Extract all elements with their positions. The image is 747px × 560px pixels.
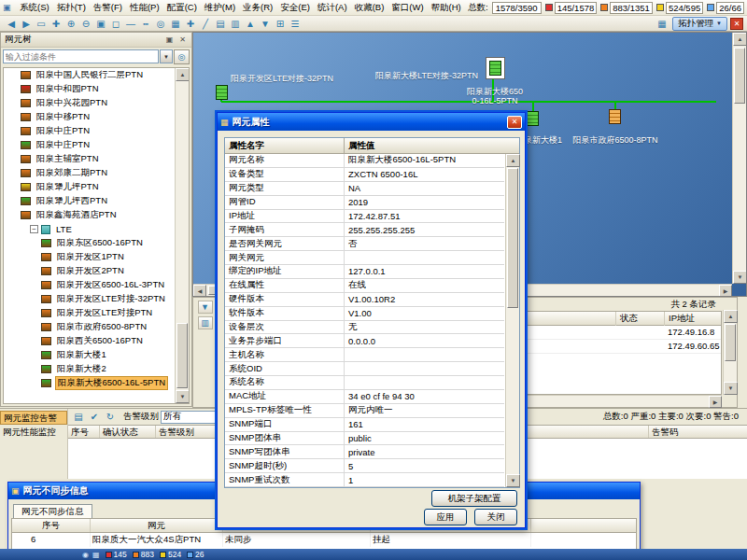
columns-icon[interactable]: ▥ xyxy=(198,316,213,329)
property-row[interactable]: SNMP写团体串 private xyxy=(225,445,504,459)
tree-vertical-scrollbar[interactable]: ▲ ▼ xyxy=(175,68,189,403)
scroll-thumb[interactable] xyxy=(507,168,518,308)
scroll-thumb[interactable] xyxy=(176,323,188,388)
table-view-icon[interactable]: ⊞ xyxy=(273,17,288,31)
property-row[interactable]: 在线属性 在线 xyxy=(225,279,504,293)
tree-item[interactable]: 阳泉犟儿坪PTN xyxy=(4,180,175,194)
column-header-ip[interactable]: IP地址 xyxy=(664,312,721,326)
export-icon[interactable]: ▤ xyxy=(71,410,86,424)
menu-item[interactable]: 窗口(W) xyxy=(388,1,427,15)
property-row[interactable]: 绑定的IP地址 127.0.0.1 xyxy=(225,265,504,279)
tree-item[interactable]: 阳泉中兴花园PTN xyxy=(4,96,175,110)
status-alarm-chip[interactable]: 26 xyxy=(187,550,204,559)
add-link-icon[interactable]: ╱ xyxy=(198,17,213,31)
alarm-column-header[interactable]: 确认状态 xyxy=(100,426,156,438)
scroll-right-icon[interactable]: ▶ xyxy=(709,396,722,408)
alarm-level-chip[interactable]: 26/66 xyxy=(707,2,744,14)
tree-item[interactable]: 阳泉中庄PTN xyxy=(4,138,175,152)
overview-icon[interactable]: ▦ xyxy=(168,17,183,31)
topology-node[interactable] xyxy=(527,111,539,126)
tree-item[interactable]: 阳泉犟儿坪西PTN xyxy=(4,194,175,208)
alarm-level-chip[interactable]: 524/595 xyxy=(656,2,703,14)
tree-item[interactable]: 阳泉开发区2PTN xyxy=(4,264,175,278)
table-row[interactable]: 6 阳泉质大一汽大众4S店PTN 未同步 挂起 xyxy=(12,533,636,547)
property-row[interactable]: SNMP重试次数 1 xyxy=(225,473,504,487)
property-row[interactable]: 系统OID xyxy=(225,362,504,376)
fit-view-icon[interactable]: ◻ xyxy=(108,17,123,31)
menu-item[interactable]: 帮助(H) xyxy=(428,1,465,15)
group-icon[interactable]: ▥ xyxy=(228,17,243,31)
close-icon[interactable]: ✕ xyxy=(507,116,522,129)
tree-item[interactable]: LTE xyxy=(4,222,175,236)
apply-button[interactable]: 应用 xyxy=(424,509,467,525)
property-row[interactable]: 设备类型 ZXCTN 6500-16L xyxy=(225,168,504,182)
property-row[interactable]: 网关网元 xyxy=(225,251,504,265)
property-row[interactable]: 网元名称 阳泉新大楼6500-16L-5PTN xyxy=(225,154,504,168)
topology-node[interactable] xyxy=(609,109,621,124)
expand-handle-icon[interactable] xyxy=(30,225,38,233)
scroll-down-icon[interactable]: ▼ xyxy=(733,271,747,284)
filter-icon[interactable]: ▼ xyxy=(198,301,213,314)
move-up-icon[interactable]: ▲ xyxy=(243,17,258,31)
zoom-out-icon[interactable]: ⊖ xyxy=(78,17,93,31)
property-row[interactable]: 业务异步端口 0.0.0.0 xyxy=(225,334,504,348)
tree-item[interactable]: 阳泉市政府6500-8PTN xyxy=(4,320,175,334)
topology-node[interactable] xyxy=(216,85,228,100)
legend-icon[interactable]: ☰ xyxy=(288,17,303,31)
tree-item[interactable]: 阳泉开发区LTE对接-32PTN xyxy=(4,292,175,306)
alarm-level-chip[interactable]: 883/1351 xyxy=(600,2,653,14)
menu-item[interactable]: 性能(P) xyxy=(126,1,163,15)
scroll-thumb[interactable] xyxy=(734,48,745,104)
property-row[interactable]: SNMP团体串 public xyxy=(225,432,504,446)
link-straight-icon[interactable]: — xyxy=(123,17,138,31)
list-vertical-scrollbar[interactable]: ▲ ▼ xyxy=(723,310,737,395)
tree-item[interactable]: 阳泉新大楼2 xyxy=(4,362,175,376)
refresh-icon[interactable]: ↻ xyxy=(103,410,118,424)
close-panel-icon[interactable]: ✕ xyxy=(177,35,188,44)
status-alarm-chip[interactable]: 883 xyxy=(133,550,154,559)
property-row[interactable]: 主机名称 xyxy=(225,348,504,362)
menu-item[interactable]: 安全(E) xyxy=(276,1,314,15)
property-row[interactable]: MPLS-TP标签唯一性 网元内唯一 xyxy=(225,404,504,418)
menu-item[interactable]: 收藏(B) xyxy=(351,1,388,15)
property-row[interactable]: 网管ID 2019 xyxy=(225,196,504,210)
tree-item[interactable]: 阳泉西关6500-16PTN xyxy=(4,334,175,348)
column-header-ne[interactable]: 网元 xyxy=(91,519,223,532)
forward-icon[interactable]: ▶ xyxy=(19,17,34,31)
move-down-icon[interactable]: ▼ xyxy=(258,17,273,31)
link-polyline-icon[interactable]: ┅ xyxy=(138,17,153,31)
tree-item[interactable]: 阳泉东区6500-16PTN xyxy=(4,236,175,250)
scroll-right-icon[interactable]: ▶ xyxy=(719,285,732,297)
property-row[interactable]: SNMP超时(秒) 5 xyxy=(225,459,504,473)
menu-item[interactable]: 配置(C) xyxy=(163,1,201,15)
tree-item[interactable]: 阳泉鑫海苑酒店PTN xyxy=(4,208,175,222)
add-ne-icon[interactable]: ✚ xyxy=(183,17,198,31)
acknowledge-icon[interactable]: ✔ xyxy=(87,410,102,424)
status-alarm-chip[interactable]: 524 xyxy=(160,550,181,559)
alarm-column-header[interactable]: 告警级别 xyxy=(156,426,223,438)
scroll-thumb[interactable] xyxy=(725,324,736,361)
float-panel-icon[interactable]: ▣ xyxy=(164,35,175,44)
dialog-vertical-scrollbar[interactable]: ▲ ▼ xyxy=(505,154,519,487)
tree-item[interactable]: 阳泉新大楼1 xyxy=(4,348,175,362)
topology-vertical-scrollbar[interactable]: ▲ ▼ xyxy=(732,33,746,284)
back-icon[interactable]: ◀ xyxy=(4,17,19,31)
sync-tab[interactable]: 网元不同步信息 xyxy=(13,504,92,518)
property-row[interactable]: 硬件版本 V1.00.10R2 xyxy=(225,293,504,307)
close-button[interactable]: 关闭 xyxy=(474,509,517,525)
tree-item[interactable]: 阳泉中和园PTN xyxy=(4,82,175,96)
tree-item[interactable]: 阳泉开发区LTE对接PTN xyxy=(4,306,175,320)
status-alarm-chip[interactable]: 145 xyxy=(106,550,127,559)
scroll-up-icon[interactable]: ▲ xyxy=(733,33,747,46)
select-icon[interactable]: ▭ xyxy=(34,17,49,31)
filter-dropdown-icon[interactable]: ▼ xyxy=(160,49,173,63)
scroll-up-icon[interactable]: ▲ xyxy=(176,68,190,81)
property-row[interactable]: 是否网关网元 否 xyxy=(225,237,504,251)
scroll-up-icon[interactable]: ▲ xyxy=(724,310,738,323)
menu-item[interactable]: 业务(R) xyxy=(239,1,276,15)
scroll-up-icon[interactable]: ▲ xyxy=(506,154,520,167)
scroll-down-icon[interactable]: ▼ xyxy=(176,390,190,403)
property-row[interactable]: MAC地址 34 e0 cf fe 94 30 xyxy=(225,390,504,404)
menu-item[interactable]: 系统(S) xyxy=(16,1,53,15)
tree-item[interactable]: 阳泉郊康二期PTN xyxy=(4,166,175,180)
